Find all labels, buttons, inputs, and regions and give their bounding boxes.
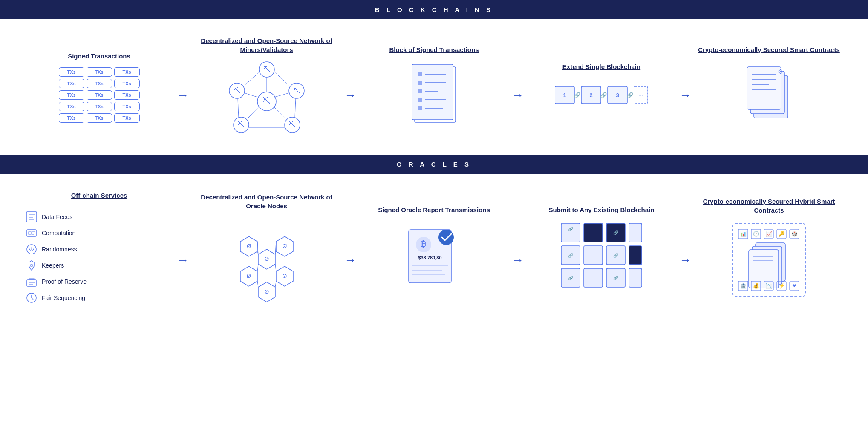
svg-rect-116	[584, 268, 603, 287]
oracle-network-svg: Ø Ø Ø Ø Ø Ø	[224, 217, 309, 302]
smart-contracts-item: Crypto-economically Secured Smart Contra…	[695, 45, 842, 129]
svg-text:🕐: 🕐	[753, 230, 759, 237]
svg-line-73	[32, 298, 33, 300]
extend-blockchain-item: Extend Single Blockchain 1 🔗 2 🔗 3	[528, 62, 675, 112]
signed-transactions-item: Signed Transactions TXs TXs TXs TXs TXs …	[26, 52, 173, 123]
svg-text:Ø: Ø	[282, 273, 286, 279]
oracle-services-list: Data Feeds Computation	[26, 211, 87, 304]
svg-line-13	[274, 93, 289, 97]
svg-line-18	[295, 98, 296, 117]
arrow-7: →	[512, 254, 524, 267]
svg-rect-32	[418, 106, 422, 110]
fair-sequencing-label: Fair Sequencing	[42, 294, 85, 301]
data-feeds-label: Data Feeds	[42, 213, 72, 220]
miners-network-svg: ⛏ ⛏ ⛏ ⛏ ⛏ ⛏	[228, 61, 305, 138]
svg-text:🎲: 🎲	[791, 230, 797, 237]
svg-line-91	[275, 264, 276, 271]
svg-text:🔗: 🔗	[626, 92, 634, 99]
svg-text:🏦: 🏦	[740, 282, 746, 289]
svg-text:📊: 📊	[740, 230, 746, 237]
svg-text:🔗: 🔗	[600, 92, 607, 99]
blockchains-header: B L O C K C H A I N S	[0, 0, 868, 19]
submit-blockchain-title: Submit to Any Existing Blockchain	[549, 205, 655, 214]
svg-line-92	[257, 281, 258, 287]
svg-rect-60	[29, 231, 31, 235]
svg-text:🔗: 🔗	[613, 230, 619, 236]
blockchains-section: B L O C K C H A I N S Signed Transaction…	[0, 0, 868, 155]
svg-line-20	[238, 98, 239, 117]
arrow-8: →	[679, 254, 691, 267]
tx-box: TXs	[114, 67, 140, 77]
keepers-label: Keepers	[42, 262, 64, 269]
oracle-nodes-title: Decentralized and Open-Source Network of…	[193, 193, 340, 210]
off-chain-services-item: Off-chain Services Data Feeds	[26, 191, 173, 304]
svg-rect-102	[561, 223, 580, 242]
blockchain-svg: 1 🔗 2 🔗 3 🔗 ···	[555, 78, 649, 112]
fair-sequencing-item: Fair Sequencing	[26, 292, 87, 304]
txs-grid: TXs TXs TXs TXs TXs TXs TXs TXs TXs TXs …	[59, 67, 140, 123]
randomness-item: Randomness	[26, 243, 87, 255]
svg-rect-26	[418, 81, 422, 85]
svg-text:Ø: Ø	[264, 288, 268, 295]
svg-text:⛏: ⛏	[238, 121, 245, 128]
miners-network-title: Decentralized and Open-Source Network of…	[193, 36, 340, 54]
svg-text:🔗: 🔗	[568, 275, 574, 281]
tx-box: TXs	[87, 67, 112, 77]
block-signed-svg	[409, 61, 460, 129]
tx-box: TXs	[59, 90, 84, 100]
svg-text:Ø: Ø	[264, 256, 268, 262]
oracle-nodes-item: Decentralized and Open-Source Network of…	[193, 193, 340, 302]
svg-text:Ø: Ø	[282, 243, 286, 249]
randomness-icon	[26, 243, 37, 255]
svg-text:$33.780,80: $33.780,80	[418, 255, 441, 260]
tx-box: TXs	[114, 79, 140, 88]
svg-text:2: 2	[589, 92, 592, 98]
tx-box: TXs	[87, 113, 112, 123]
oracles-header: O R A C L E S	[0, 155, 868, 174]
svg-text:🔗: 🔗	[613, 253, 619, 258]
computation-icon	[26, 227, 37, 239]
fair-sequencing-icon	[26, 292, 37, 304]
svg-text:Ø: Ø	[246, 273, 251, 279]
arrow-1: →	[177, 89, 189, 102]
svg-rect-24	[418, 72, 422, 76]
svg-rect-28	[418, 89, 422, 93]
tx-box: TXs	[59, 102, 84, 111]
svg-line-21	[245, 72, 260, 85]
svg-text:⛏: ⛏	[289, 121, 296, 128]
svg-text:···: ···	[639, 93, 643, 98]
svg-line-15	[248, 107, 260, 118]
svg-text:⛏: ⛏	[263, 97, 271, 105]
blockchains-flow: Signed Transactions TXs TXs TXs TXs TXs …	[26, 36, 842, 138]
svg-line-16	[244, 93, 257, 97]
svg-text:📉: 📉	[765, 282, 772, 289]
submit-blockchain-item: Submit to Any Existing Blockchain 🔗 🔗 🔗	[528, 205, 675, 289]
svg-text:🔗: 🔗	[574, 92, 581, 99]
arrow-4: →	[679, 89, 691, 102]
svg-rect-113	[629, 246, 642, 265]
svg-line-14	[274, 107, 285, 118]
svg-text:🔗: 🔗	[613, 275, 619, 281]
proof-reserve-item: Proof of Reserve	[26, 276, 87, 288]
svg-rect-119	[629, 268, 642, 287]
svg-rect-104	[584, 223, 603, 242]
arrow-3: →	[512, 89, 524, 102]
svg-rect-47	[747, 67, 781, 109]
svg-rect-30	[418, 98, 422, 102]
signed-oracle-title: Signed Oracle Report Transmissions	[378, 205, 490, 214]
arrow-6: →	[344, 254, 356, 267]
svg-text:₿: ₿	[421, 239, 426, 249]
svg-point-66	[30, 264, 33, 267]
svg-text:⛏: ⛏	[293, 87, 300, 94]
hybrid-contracts-item: Crypto-economically Secured Hybrid Smart…	[695, 197, 842, 298]
svg-text:⛏: ⛏	[234, 87, 240, 94]
arrow-5: →	[177, 254, 189, 267]
randomness-label: Randomness	[42, 246, 77, 253]
off-chain-services-title: Off-chain Services	[71, 191, 127, 200]
tx-box: TXs	[87, 90, 112, 100]
svg-rect-67	[27, 280, 36, 286]
svg-text:🔗: 🔗	[568, 226, 574, 232]
tx-box: TXs	[114, 113, 140, 123]
svg-point-101	[438, 230, 454, 245]
svg-text:3: 3	[616, 92, 619, 98]
